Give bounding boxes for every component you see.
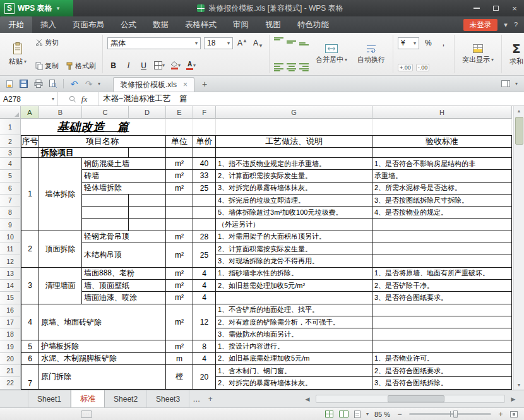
cell-C10[interactable]: 轻钢龙骨吊顶 — [82, 231, 166, 243]
menu-tab-页面布局[interactable]: 页面布局 — [64, 16, 112, 33]
cell-A10[interactable]: 2 — [21, 231, 39, 268]
search-icon[interactable] — [69, 95, 76, 103]
cell-E21[interactable]: 樘 — [166, 365, 193, 390]
row-header-16[interactable]: 16 — [0, 304, 21, 316]
menu-tab-数据[interactable]: 数据 — [145, 16, 177, 33]
undo-history-caret-icon[interactable]: ▾ — [98, 81, 100, 87]
cell-F5[interactable]: 33 — [193, 170, 216, 182]
cell-G19[interactable]: 1、按设计内容进行。 — [216, 340, 372, 352]
cell-H21[interactable]: 2、是否符合图纸要求。 — [372, 365, 512, 377]
sheet-tab-Sheet3[interactable]: Sheet3 — [147, 390, 189, 407]
cell-H15[interactable]: 3、是否符合图纸要求。 — [372, 292, 512, 304]
cell-H12[interactable] — [372, 255, 512, 267]
formula-input[interactable]: 木器~混油标准工艺 篇 — [98, 92, 524, 105]
column-header-G[interactable]: G — [216, 106, 372, 119]
cell-H16[interactable] — [372, 304, 512, 316]
cut-button[interactable]: 剪切 — [33, 37, 61, 48]
sheet-tab-Sheet1[interactable]: Sheet1 — [28, 390, 71, 407]
cell-F8[interactable] — [193, 207, 216, 219]
highlight-button[interactable]: 突出显示▾ — [459, 43, 497, 66]
cell-A20[interactable]: 6 — [21, 353, 39, 365]
input-mode-icon[interactable]: ··· — [81, 411, 92, 418]
cell-H18[interactable] — [372, 328, 512, 340]
bold-button[interactable]: B — [107, 60, 119, 71]
cell-G16[interactable]: 1、不含铲后的地面处理、找平。 — [216, 304, 372, 316]
document-tab[interactable]: 装修报价模板.xls × — [113, 77, 194, 92]
cell-B2[interactable]: 项目名称 — [39, 135, 166, 148]
cell-F15[interactable]: 4 — [193, 292, 216, 304]
menu-tab-特色功能[interactable]: 特色功能 — [289, 16, 337, 33]
menu-tab-表格样式[interactable]: 表格样式 — [177, 16, 225, 33]
cell-A2[interactable]: 序号 — [21, 135, 39, 148]
cell-G8[interactable]: 5、墙体拆除超过3m²加收100元垃圾费。 — [216, 207, 372, 219]
row-header-3[interactable]: 3 — [0, 148, 21, 158]
cell-H13[interactable]: 1、是否将原墙、地面有所严重破坏。 — [372, 268, 512, 280]
row-header-2[interactable]: 2 — [0, 135, 21, 148]
menu-tab-视图[interactable]: 视图 — [257, 16, 289, 33]
cell-F20[interactable]: 4 — [193, 353, 216, 365]
percent-style-button[interactable]: % — [422, 37, 434, 49]
cell-G15[interactable] — [216, 292, 372, 304]
cell-A4[interactable]: 1 — [21, 158, 39, 231]
insert-function-button[interactable]: fx — [81, 94, 87, 104]
cell-A3[interactable] — [21, 148, 39, 158]
cell-E4[interactable]: m² — [166, 158, 193, 170]
row-header-21[interactable]: 21 — [0, 365, 21, 377]
cell-A13[interactable]: 3 — [21, 268, 39, 304]
scroll-left-button[interactable]: ◀ — [302, 396, 313, 402]
select-all-corner[interactable] — [0, 106, 21, 119]
cell-E1[interactable] — [166, 119, 193, 135]
cell-F7[interactable] — [193, 195, 216, 207]
collapse-ribbon-icon[interactable]: ▾ — [504, 21, 508, 29]
vertical-scrollbar[interactable]: ▲ ▼ — [513, 106, 524, 390]
cell-G2[interactable]: 工艺做法、说明 — [216, 135, 372, 148]
cell-E13[interactable]: m² — [166, 268, 193, 280]
cell-A19[interactable]: 5 — [21, 340, 39, 352]
row-header-13[interactable]: 13 — [0, 268, 21, 280]
wps-app-button[interactable]: S WPS 表格 ▾ — [0, 0, 73, 16]
vertical-scroll-thumb[interactable] — [515, 117, 523, 145]
cell-G14[interactable]: 2、如旧基需处理加收5元/m² — [216, 280, 372, 292]
cell-F14[interactable]: 4 — [193, 280, 216, 292]
format-painter-button[interactable]: 格式刷 — [64, 61, 98, 71]
zoom-slider[interactable] — [409, 413, 491, 415]
cell-G5[interactable]: 2、计算面积需按实际发生量。 — [216, 170, 372, 182]
add-sheet-button[interactable]: + — [203, 390, 217, 407]
cell-A21[interactable]: 7 — [21, 365, 39, 390]
cell-G21[interactable]: 1、含木制门、钢门窗。 — [216, 365, 372, 377]
row-header-9[interactable]: 9 — [0, 219, 21, 231]
login-button[interactable]: 未登录 — [463, 19, 498, 31]
cell-H3[interactable] — [372, 148, 512, 158]
cell-C6[interactable]: 轻体墙拆除 — [82, 183, 166, 195]
cell-H14[interactable]: 2、是否铲除干净。 — [372, 280, 512, 292]
merge-center-button[interactable]: 合并居中▾ — [313, 43, 350, 66]
more-sheets-button[interactable]: … — [189, 390, 203, 407]
cell-E11[interactable]: m² — [166, 243, 193, 268]
cell-F9[interactable] — [193, 219, 216, 231]
cell-E6[interactable]: m² — [166, 183, 193, 195]
menu-tab-审阅[interactable]: 审阅 — [225, 16, 257, 33]
cell-G10[interactable]: 1、对需用架子的大面积吊顶另计。 — [216, 231, 372, 243]
column-header-E[interactable]: E — [166, 106, 193, 119]
cell-G11[interactable]: 2、计算面积需按实际发生量。 — [216, 243, 372, 255]
font-color-button[interactable]: A ▾ — [185, 60, 197, 71]
help-icon[interactable]: ? — [514, 21, 518, 28]
maximize-button[interactable] — [486, 0, 505, 16]
save-button[interactable] — [18, 78, 29, 89]
cell-G9[interactable]: （外运另计） — [216, 219, 372, 231]
column-header-B[interactable]: B — [39, 106, 82, 119]
borders-button[interactable]: ▾ — [153, 60, 166, 71]
cell-B21[interactable]: 原门拆除 — [39, 365, 166, 390]
align-top-button[interactable] — [274, 37, 283, 45]
cell-A1[interactable]: 基础改造 篇 — [21, 119, 166, 135]
cell-C8[interactable] — [82, 207, 129, 219]
fill-color-button[interactable]: ▾ — [169, 60, 182, 71]
new-file-button[interactable] — [4, 78, 15, 89]
cell-D7[interactable] — [129, 195, 166, 207]
menu-tab-开始[interactable]: 开始 — [0, 16, 32, 33]
document-tab-close-icon[interactable]: × — [183, 81, 188, 88]
cell-F11[interactable]: 25 — [193, 243, 216, 268]
row-header-22[interactable]: 22 — [0, 377, 21, 389]
print-preview-button[interactable] — [47, 78, 58, 89]
minimize-button[interactable] — [467, 0, 486, 16]
